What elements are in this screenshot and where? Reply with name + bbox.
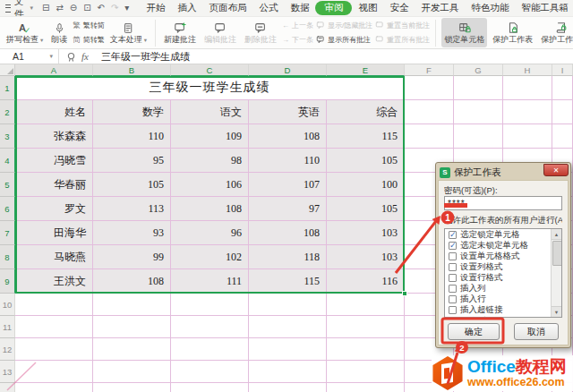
cell-A13[interactable]	[15, 361, 93, 383]
cell-C2[interactable]: 语文	[171, 100, 249, 124]
permission-option[interactable]: 设置行格式	[445, 272, 561, 283]
cell-A14[interactable]	[15, 383, 93, 392]
cell-B14[interactable]	[93, 383, 171, 392]
cell-A2[interactable]: 姓名	[15, 100, 93, 124]
menu-tab[interactable]: 插入	[171, 1, 202, 15]
cell-G3[interactable]	[454, 124, 503, 149]
permission-option[interactable]: 删除列	[445, 315, 561, 318]
cell-D11[interactable]	[249, 316, 327, 338]
permission-option[interactable]: 设置单元格格式	[445, 251, 561, 261]
cell-A10[interactable]	[15, 294, 93, 316]
menu-tab[interactable]: 智能工具箱	[515, 1, 573, 15]
cell-B8[interactable]: 99	[93, 245, 171, 269]
cell-D10[interactable]	[249, 294, 327, 316]
cell-B5[interactable]: 105	[93, 173, 171, 197]
permission-option[interactable]: 选定锁定单元格	[445, 229, 561, 240]
cell-B7[interactable]: 93	[93, 221, 171, 245]
cell-D2[interactable]: 英语	[249, 100, 327, 124]
cell-E8[interactable]: 103	[327, 245, 405, 269]
cell-C14[interactable]	[171, 383, 249, 392]
cell-A5[interactable]: 华春丽	[15, 173, 93, 197]
permission-list[interactable]: 选定锁定单元格选定未锁定单元格设置单元格格式设置列格式设置行格式插入列插入行插入…	[444, 228, 562, 318]
new-comment-button[interactable]: 新建批注	[161, 18, 199, 47]
row-header-14[interactable]: 14	[0, 383, 15, 392]
col-header-F[interactable]: F	[405, 64, 454, 76]
cell-A1-title[interactable]: 三年级一班学生成绩	[15, 76, 405, 100]
menu-tab[interactable]: 安全	[383, 1, 415, 15]
cell-E4[interactable]: 105	[327, 149, 405, 173]
cell-E2[interactable]: 综合	[327, 100, 405, 124]
cell-C4[interactable]: 98	[171, 149, 249, 173]
checkbox-icon[interactable]	[449, 317, 457, 319]
cell-D12[interactable]	[249, 338, 327, 361]
print-icon[interactable]: ⊖	[70, 4, 77, 13]
col-header-D[interactable]: D	[249, 64, 327, 76]
scrollbar-thumb[interactable]	[552, 241, 562, 266]
checkbox-icon[interactable]	[449, 285, 457, 293]
undo-icon[interactable]: ↶	[98, 4, 105, 13]
menu-tab[interactable]: 数据	[284, 1, 315, 15]
cell-D6[interactable]: 97	[249, 197, 327, 221]
cell-A11[interactable]	[15, 316, 93, 338]
checkbox-icon[interactable]	[449, 274, 457, 282]
cell-B10[interactable]	[93, 294, 171, 316]
cell-D5[interactable]: 107	[249, 173, 327, 197]
cell-B3[interactable]: 110	[93, 124, 171, 149]
print-preview-icon[interactable]: ⊡	[83, 4, 90, 13]
row-header-5[interactable]: 5	[0, 173, 15, 197]
cell-H2[interactable]	[503, 100, 552, 124]
spell-check-button[interactable]: A✓ 拼写检查▾	[4, 18, 46, 47]
cell-E10[interactable]	[327, 294, 405, 316]
cell-F1[interactable]	[405, 76, 454, 100]
cell-E13[interactable]	[327, 361, 405, 383]
cell-C10[interactable]	[171, 294, 249, 316]
cell-B2[interactable]: 数学	[93, 100, 171, 124]
cell-C13[interactable]	[171, 361, 249, 383]
cell-G1[interactable]	[454, 76, 503, 100]
checkbox-icon[interactable]	[449, 263, 457, 271]
col-header-A[interactable]: A	[15, 64, 93, 76]
cell-I1[interactable]	[552, 76, 573, 100]
cell-E14[interactable]	[327, 383, 405, 392]
cell-E7[interactable]: 103	[327, 221, 405, 245]
insert-function-button[interactable]: fx	[81, 51, 89, 62]
checkbox-icon[interactable]	[449, 306, 457, 314]
checkbox-checked-icon[interactable]	[449, 242, 457, 250]
col-header-I[interactable]: I	[552, 64, 573, 76]
read-aloud-button[interactable]: 朗读	[48, 18, 70, 47]
menu-tab[interactable]: 公式	[252, 1, 284, 15]
cell-A12[interactable]	[15, 338, 93, 361]
row-header-8[interactable]: 8	[0, 245, 15, 269]
cell-D9[interactable]: 115	[249, 269, 327, 294]
cell-E6[interactable]: 105	[327, 197, 405, 221]
cell-D13[interactable]	[249, 361, 327, 383]
checkbox-checked-icon[interactable]	[449, 231, 457, 239]
cell-D14[interactable]	[249, 383, 327, 392]
save-icon[interactable]: ⊟	[42, 4, 49, 13]
cell-A4[interactable]: 冯晓雪	[15, 149, 93, 173]
cell-C12[interactable]	[171, 338, 249, 361]
dialog-titlebar[interactable]: S 保护工作表 ✕	[438, 165, 569, 180]
cell-C9[interactable]: 111	[171, 269, 249, 294]
cell-H3[interactable]	[503, 124, 552, 149]
select-all-corner[interactable]	[0, 64, 15, 76]
scroll-up-icon[interactable]: ▲	[552, 229, 561, 240]
cell-B11[interactable]	[93, 316, 171, 338]
cell-D3[interactable]: 108	[249, 124, 327, 149]
fill-handle[interactable]	[402, 291, 407, 296]
formula-input[interactable]: 三年级一班学生成绩	[101, 50, 190, 64]
protect-sheet-button[interactable]: 保护工作表	[490, 18, 535, 47]
dialog-close-button[interactable]: ✕	[543, 164, 569, 176]
cell-A3[interactable]: 张森森	[15, 124, 93, 149]
col-header-C[interactable]: C	[171, 64, 249, 76]
col-header-G[interactable]: G	[454, 64, 503, 76]
cell-B6[interactable]: 113	[93, 197, 171, 221]
col-header-E[interactable]: E	[327, 64, 405, 76]
menu-tab[interactable]: 视图	[352, 1, 383, 15]
cell-A9[interactable]: 王洪文	[15, 269, 93, 294]
name-box-dropdown-icon[interactable]: ▾	[49, 53, 53, 60]
menu-tab[interactable]: 特色功能	[465, 1, 515, 15]
cancel-button[interactable]: 取消	[514, 323, 559, 340]
row-header-12[interactable]: 12	[0, 338, 15, 361]
cell-D7[interactable]: 108	[249, 221, 327, 245]
